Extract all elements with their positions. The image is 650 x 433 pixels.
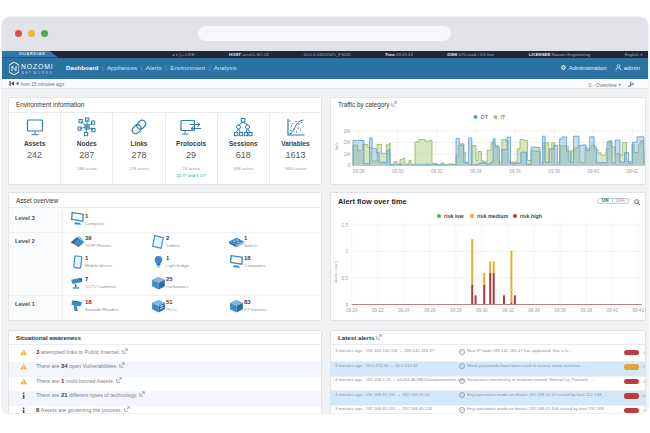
svg-text:alerts count: alerts count: [333, 261, 338, 283]
svg-text:09:38: 09:38: [548, 168, 560, 173]
svg-text:1: 1: [345, 249, 348, 254]
svg-text:09:24: 09:24: [398, 308, 410, 313]
svg-text:bit/s: bit/s: [334, 142, 339, 150]
svg-text:09:40: 09:40: [606, 308, 618, 313]
svg-text:09:36: 09:36: [554, 308, 566, 313]
svg-text:09:32: 09:32: [431, 168, 443, 173]
svg-text:OT: OT: [481, 114, 489, 120]
svg-text:09:32: 09:32: [502, 308, 514, 313]
svg-text:0: 0: [347, 163, 350, 168]
svg-text:09:38: 09:38: [580, 308, 592, 313]
svg-text:09:42: 09:42: [632, 308, 644, 313]
svg-text:09:20: 09:20: [346, 308, 358, 313]
svg-text:risk high: risk high: [520, 213, 542, 219]
svg-text:09:42: 09:42: [627, 168, 639, 173]
svg-text:09:22: 09:22: [372, 308, 384, 313]
svg-text:09:28: 09:28: [353, 168, 365, 173]
svg-text:0.5: 0.5: [342, 276, 349, 281]
svg-text:1M: 1M: [344, 151, 351, 156]
svg-text:09:28: 09:28: [450, 308, 462, 313]
svg-text:09:40: 09:40: [587, 168, 599, 173]
svg-text:09:34: 09:34: [470, 168, 482, 173]
svg-text:09:36: 09:36: [509, 168, 521, 173]
svg-text:09:30: 09:30: [476, 308, 488, 313]
svg-text:2M: 2M: [344, 140, 351, 145]
svg-text:risk medium: risk medium: [477, 213, 508, 219]
svg-text:3M: 3M: [344, 128, 351, 133]
svg-text:09:26: 09:26: [424, 308, 436, 313]
svg-text:1.5: 1.5: [342, 223, 349, 228]
svg-text:09:34: 09:34: [528, 308, 540, 313]
svg-text:09:30: 09:30: [392, 168, 404, 173]
svg-text:IT: IT: [501, 114, 507, 120]
svg-text:risk low: risk low: [444, 213, 465, 219]
